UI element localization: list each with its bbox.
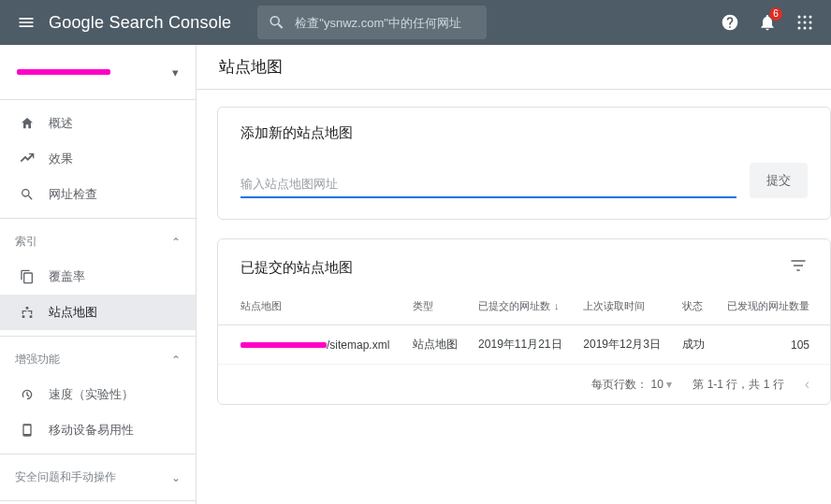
sidebar-item-coverage[interactable]: 覆盖率 [0, 259, 196, 295]
col-discovered[interactable]: 已发现的网址数量 [715, 288, 830, 325]
col-type[interactable]: 类型 [403, 288, 469, 325]
chevron-down-icon: ⌄ [171, 471, 181, 484]
svg-point-6 [798, 27, 801, 30]
section-label: 安全问题和手动操作 [15, 469, 116, 485]
apps-grid-icon[interactable] [786, 4, 824, 41]
cell-submitted: 2019年11月21日 [469, 325, 574, 365]
col-last-read[interactable]: 上次读取时间 [574, 288, 672, 325]
section-label: 增强功能 [15, 352, 60, 367]
sitemap-icon [19, 305, 36, 320]
sitemap-domain-redacted [241, 342, 327, 348]
cell-discovered: 105 [715, 325, 830, 365]
sidebar-item-overview[interactable]: 概述 [0, 106, 196, 141]
property-selector[interactable]: ▾ [7, 52, 188, 92]
pager-prev-icon[interactable]: ‹ [805, 376, 809, 393]
chevron-up-icon: ⌃ [171, 353, 181, 367]
sitemaps-table: 站点地图 类型 已提交的网址数↓ 上次读取时间 状态 已发现的网址数量 /sit… [218, 288, 830, 365]
submitted-sitemaps-card: 已提交的站点地图 站点地图 类型 已提交的网址数↓ 上次读取时间 状态 已发现 [217, 238, 831, 405]
sidebar-item-label: 速度（实验性） [49, 386, 134, 403]
add-sitemap-card: 添加新的站点地图 提交 [217, 107, 831, 220]
sidebar-item-url-inspection[interactable]: 网址检查 [0, 177, 196, 212]
chevron-down-icon: ▾ [666, 378, 672, 391]
svg-point-4 [804, 22, 807, 24]
svg-point-0 [798, 16, 801, 19]
sidebar-item-label: 效果 [49, 151, 73, 167]
notifications-icon[interactable]: 6 [749, 4, 786, 41]
col-status[interactable]: 状态 [673, 288, 715, 325]
sidebar-item-label: 网址检查 [49, 186, 97, 203]
section-label: 索引 [15, 234, 37, 250]
sidebar-section-security[interactable]: 安全问题和手动操作 ⌄ [0, 460, 196, 495]
trend-icon [19, 151, 36, 166]
col-submitted[interactable]: 已提交的网址数↓ [469, 288, 574, 325]
svg-point-1 [804, 16, 807, 19]
search-icon [19, 187, 36, 202]
svg-point-8 [809, 27, 812, 30]
cell-type: 站点地图 [403, 325, 469, 365]
col-sitemap[interactable]: 站点地图 [218, 288, 403, 325]
sidebar-item-speed[interactable]: 速度（实验性） [0, 377, 196, 412]
sidebar-item-label: 覆盖率 [49, 268, 85, 285]
chevron-down-icon: ▾ [172, 65, 179, 79]
app-logo: Google Search Console [49, 13, 231, 33]
rows-per-page-label: 每页行数： [591, 377, 648, 393]
cell-last-read: 2019年12月3日 [574, 325, 672, 365]
home-icon [19, 116, 36, 131]
cell-status: 成功 [673, 325, 715, 365]
logo-bold: Google [49, 13, 104, 32]
sitemap-path: /sitemap.xml [327, 338, 389, 352]
sidebar-item-label: 概述 [49, 115, 73, 132]
sidebar-item-mobile-usability[interactable]: 移动设备易用性 [0, 412, 196, 448]
svg-point-2 [809, 16, 812, 19]
property-name-redacted [17, 69, 110, 75]
svg-point-5 [809, 22, 812, 24]
table-row[interactable]: /sitemap.xml 站点地图 2019年11月21日 2019年12月3日… [218, 325, 830, 365]
sidebar-item-label: 移动设备易用性 [49, 422, 134, 439]
app-header: Google Search Console 6 [0, 0, 831, 45]
sidebar: ▾ 概述 效果 网址检查 索引 ⌃ 覆盖率 站点地图 增强 [0, 45, 197, 504]
copy-icon [19, 269, 36, 284]
filter-icon[interactable] [789, 256, 808, 279]
submitted-sitemaps-title: 已提交的站点地图 [241, 259, 353, 277]
svg-point-3 [798, 22, 801, 24]
sidebar-section-index[interactable]: 索引 ⌃ [0, 224, 196, 259]
speed-icon [19, 387, 36, 402]
notifications-badge: 6 [769, 7, 782, 21]
submit-sitemap-button[interactable]: 提交 [750, 163, 808, 198]
add-sitemap-title: 添加新的站点地图 [241, 124, 808, 142]
pager-range: 第 1-1 行，共 1 行 [692, 377, 783, 393]
rows-per-page-select[interactable]: 10 ▾ [651, 378, 673, 391]
main-content: 站点地图 添加新的站点地图 提交 已提交的站点地图 [197, 45, 831, 504]
logo-rest: Search Console [109, 13, 231, 32]
sidebar-item-label: 站点地图 [49, 304, 97, 321]
table-pager: 每页行数： 10 ▾ 第 1-1 行，共 1 行 ‹ [218, 365, 830, 404]
sidebar-item-performance[interactable]: 效果 [0, 141, 196, 177]
chevron-up-icon: ⌃ [171, 236, 181, 249]
mobile-icon [19, 423, 36, 438]
help-icon[interactable] [711, 4, 749, 41]
sitemap-url-input[interactable] [241, 171, 736, 198]
sidebar-section-enhancements[interactable]: 增强功能 ⌃ [0, 342, 196, 377]
sidebar-item-sitemaps[interactable]: 站点地图 [0, 295, 196, 330]
url-inspector-input[interactable] [295, 16, 474, 30]
svg-point-7 [804, 27, 807, 30]
hamburger-menu-button[interactable] [7, 4, 45, 41]
sort-down-icon: ↓ [554, 300, 560, 311]
page-title: 站点地图 [197, 45, 831, 90]
url-inspector-search[interactable] [257, 6, 486, 39]
